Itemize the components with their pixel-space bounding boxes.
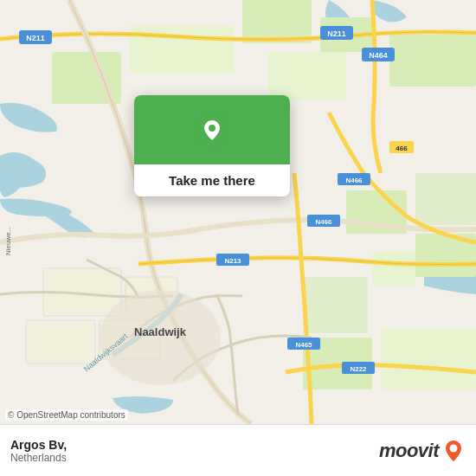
place-name: Argos Bv, xyxy=(10,438,67,452)
svg-text:N466: N466 xyxy=(345,177,363,184)
map-view: N211 N211 N464 466 N466 N466 N213 N465 N… xyxy=(0,0,476,424)
bottom-bar: Argos Bv, Netherlands moovit xyxy=(0,424,476,476)
svg-text:N464: N464 xyxy=(369,51,388,60)
location-popup: Take me there xyxy=(134,95,290,196)
svg-text:N466: N466 xyxy=(315,218,332,226)
osm-attribution: © OpenStreetMap contributors xyxy=(5,409,128,421)
svg-point-41 xyxy=(209,125,215,132)
svg-point-42 xyxy=(450,444,458,452)
svg-rect-10 xyxy=(372,251,415,286)
svg-rect-17 xyxy=(303,277,368,333)
svg-rect-8 xyxy=(415,173,476,225)
popup-arrow xyxy=(203,164,221,175)
svg-text:N222: N222 xyxy=(350,365,367,373)
map-svg: N211 N211 N464 466 N466 N466 N213 N465 N… xyxy=(0,0,476,424)
place-info: Argos Bv, Netherlands xyxy=(10,438,67,464)
svg-rect-3 xyxy=(389,35,476,87)
popup-header xyxy=(134,95,290,164)
svg-rect-16 xyxy=(381,329,476,389)
svg-text:Naaldwijk: Naaldwijk xyxy=(134,325,187,338)
moovit-logo: moovit xyxy=(379,439,466,463)
moovit-wordmark: moovit xyxy=(379,440,439,462)
place-country: Netherlands xyxy=(10,452,67,464)
svg-text:466: 466 xyxy=(396,145,408,152)
svg-text:N465: N465 xyxy=(295,341,312,349)
svg-text:Nieuwe...: Nieuwe... xyxy=(4,227,12,255)
svg-rect-4 xyxy=(268,52,346,100)
location-pin-icon xyxy=(196,113,228,146)
svg-rect-13 xyxy=(26,320,95,363)
svg-text:N211: N211 xyxy=(327,29,346,38)
svg-text:N211: N211 xyxy=(26,34,45,42)
svg-text:N213: N213 xyxy=(224,257,241,265)
moovit-pin-icon xyxy=(441,439,466,463)
